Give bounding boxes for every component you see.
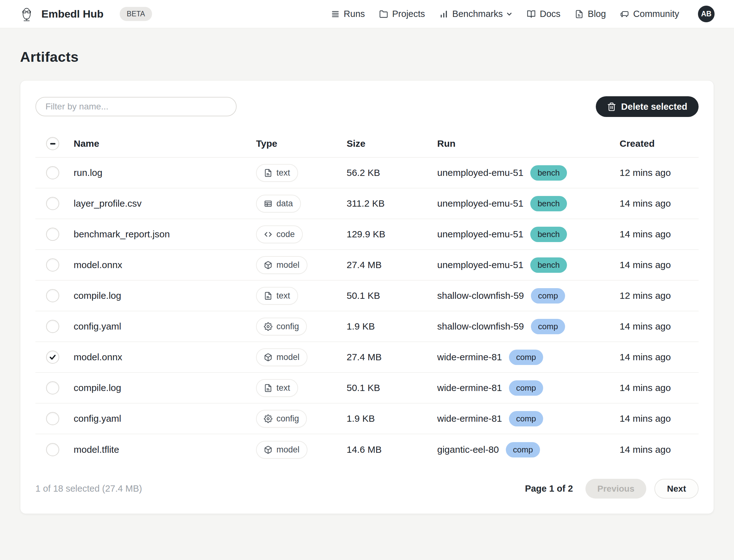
brand[interactable]: Embedl Hub BETA — [19, 6, 152, 22]
delete-selected-button[interactable]: Delete selected — [596, 96, 699, 117]
run-name[interactable]: unemployed-emu-51 — [437, 198, 523, 209]
type-label: config — [277, 322, 299, 331]
run-name[interactable]: shallow-clownfish-59 — [437, 321, 524, 332]
type-badge: model — [256, 441, 308, 459]
type-badge: text — [256, 287, 298, 305]
artifact-name: config.yaml — [70, 321, 252, 332]
artifact-name: compile.log — [70, 290, 252, 301]
type-badge: model — [256, 256, 308, 274]
row-checkbox[interactable] — [46, 320, 59, 333]
run-name[interactable]: wide-ermine-81 — [437, 383, 502, 393]
artifact-size: 311.2 KB — [343, 198, 433, 209]
type-label: text — [277, 291, 290, 301]
column-header-size[interactable]: Size — [343, 138, 433, 149]
row-checkbox[interactable] — [46, 166, 59, 179]
row-checkbox[interactable] — [46, 381, 59, 394]
type-label: config — [277, 414, 299, 424]
run-kind-badge: comp — [509, 380, 543, 396]
table-row: compile.log text 50.1 KB shallow-clownfi… — [35, 281, 699, 311]
run-kind-badge: bench — [530, 165, 567, 181]
beta-badge: BETA — [120, 7, 152, 21]
artifact-created: 14 mins ago — [616, 444, 699, 455]
page-content: Artifacts Delete selected Name Type Size… — [0, 49, 734, 514]
avatar[interactable]: AB — [698, 6, 715, 22]
row-checkbox[interactable] — [46, 351, 59, 364]
folder-icon — [379, 10, 388, 18]
artifact-size: 129.9 KB — [343, 229, 433, 240]
artifact-size: 50.1 KB — [343, 290, 433, 301]
run-name[interactable]: wide-ermine-81 — [437, 413, 502, 424]
artifact-created: 14 mins ago — [616, 383, 699, 393]
indeterminate-minus-icon — [50, 143, 55, 145]
table-row: config.yaml config 1.9 KB wide-ermine-81… — [35, 404, 699, 434]
run-kind-badge: comp — [509, 411, 543, 426]
artifact-size: 27.4 MB — [343, 260, 433, 270]
nav-item-runs[interactable]: Runs — [331, 9, 365, 19]
type-badge: config — [256, 410, 307, 428]
table-header-row: Name Type Size Run Created — [35, 130, 699, 158]
type-label: text — [277, 168, 290, 178]
column-header-type[interactable]: Type — [252, 138, 343, 149]
gear-icon — [264, 415, 272, 423]
artifact-name: config.yaml — [70, 413, 252, 424]
file-text-icon — [264, 292, 272, 300]
run-name[interactable]: unemployed-emu-51 — [437, 260, 523, 270]
table-row: config.yaml config 1.9 KB shallow-clownf… — [35, 311, 699, 342]
type-label: text — [277, 383, 290, 393]
artifact-name: model.onnx — [70, 260, 252, 270]
artifact-name: benchmark_report.json — [70, 229, 252, 240]
row-checkbox[interactable] — [46, 289, 59, 302]
row-checkbox[interactable] — [46, 228, 59, 241]
nav-item-projects[interactable]: Projects — [379, 9, 425, 19]
artifact-created: 14 mins ago — [616, 229, 699, 240]
chat-bubbles-icon — [620, 10, 629, 18]
row-checkbox[interactable] — [46, 197, 59, 210]
code-icon — [264, 230, 272, 239]
toolbar: Delete selected — [35, 96, 699, 117]
run-name[interactable]: gigantic-eel-80 — [437, 444, 499, 455]
run-name[interactable]: unemployed-emu-51 — [437, 229, 523, 240]
column-header-name[interactable]: Name — [70, 138, 252, 149]
run-kind-badge: comp — [531, 288, 565, 304]
gear-icon — [264, 322, 272, 331]
bar-chart-icon — [439, 10, 448, 18]
artifact-created: 12 mins ago — [616, 290, 699, 301]
file-text-icon — [264, 169, 272, 177]
table-row: layer_profile.csv data 311.2 KB unemploy… — [35, 188, 699, 219]
row-checkbox[interactable] — [46, 258, 59, 272]
run-name[interactable]: wide-ermine-81 — [437, 352, 502, 362]
table-row: model.onnx model 27.4 MB unemployed-emu-… — [35, 250, 699, 281]
page-title: Artifacts — [20, 49, 714, 65]
table-row: model.tflite model 14.6 MB gigantic-eel-… — [35, 434, 699, 465]
nav-item-benchmarks[interactable]: Benchmarks — [439, 9, 512, 19]
selection-summary: 1 of 18 selected (27.4 MB) — [35, 483, 142, 494]
artifact-name: run.log — [70, 167, 252, 178]
filter-input[interactable] — [35, 97, 237, 116]
artifact-created: 14 mins ago — [616, 198, 699, 209]
column-header-created[interactable]: Created — [616, 138, 699, 149]
run-name[interactable]: shallow-clownfish-59 — [437, 290, 524, 301]
main-nav: Runs Projects Benchmarks Docs Blog Commu… — [331, 9, 679, 19]
row-checkbox[interactable] — [46, 443, 59, 456]
pagination: Page 1 of 2 Previous Next — [525, 479, 699, 499]
column-header-run[interactable]: Run — [433, 138, 616, 149]
next-page-button[interactable]: Next — [654, 479, 699, 499]
runs-list-icon — [331, 10, 340, 18]
type-badge: data — [256, 195, 301, 213]
run-kind-badge: comp — [531, 319, 565, 334]
artifact-size: 56.2 KB — [343, 167, 433, 178]
type-label: model — [277, 352, 300, 362]
run-kind-badge: comp — [506, 442, 540, 457]
nav-item-blog[interactable]: Blog — [575, 9, 606, 19]
owl-logo-icon — [19, 6, 34, 22]
row-checkbox[interactable] — [46, 412, 59, 425]
previous-page-button[interactable]: Previous — [585, 479, 646, 499]
cube-icon — [264, 446, 272, 454]
type-label: model — [277, 260, 300, 270]
trash-icon — [607, 102, 616, 111]
run-name[interactable]: unemployed-emu-51 — [437, 167, 523, 178]
nav-item-docs[interactable]: Docs — [527, 9, 560, 19]
type-badge: code — [256, 225, 303, 243]
nav-item-community[interactable]: Community — [620, 9, 679, 19]
select-all-checkbox[interactable] — [46, 137, 59, 150]
